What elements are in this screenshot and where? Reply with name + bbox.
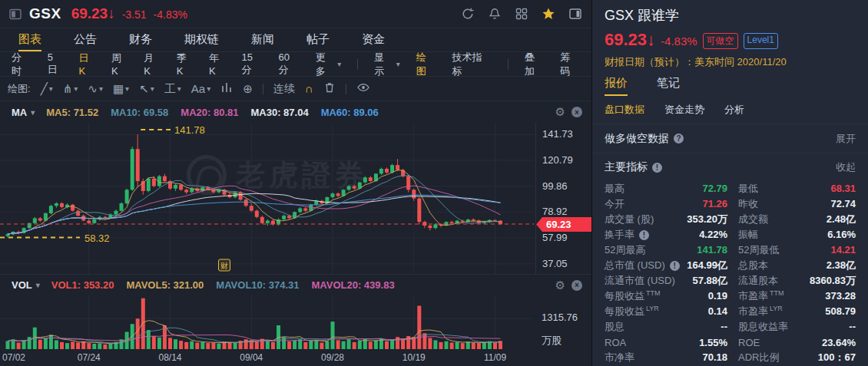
quote-change-pct: -4.83% [661,35,697,48]
period-overlay[interactable]: 叠加 [525,51,545,78]
chevron-down-icon: ▾ [49,84,53,93]
metric-cell: ADR比例100：67 [738,351,856,364]
period-tech-indicators[interactable]: 技术指标 [452,51,491,78]
period-1d-label: 日K [79,51,95,77]
period-1q[interactable]: 季K [177,51,193,77]
close-icon[interactable]: × [571,280,582,291]
period-draw[interactable]: 绘图 [416,51,436,78]
wave-tool[interactable]: ∿▾ [88,83,103,94]
metric-value: 508.79 [825,305,856,317]
price-line-tool[interactable]: 工▾ [164,83,181,94]
section-title: 主要指标 [605,160,648,174]
period-15m-label: 15分 [241,51,262,77]
metric-label: 总股本 [738,259,768,272]
quote-subtab-fund-trend[interactable]: 资金走势 [664,103,704,117]
visibility-tool[interactable] [356,81,370,96]
price-axis-label: 37.05 [542,258,568,269]
period-1mo[interactable]: 月K [144,51,160,77]
continuous-tool[interactable]: 连续 [273,82,295,96]
question-icon[interactable]: ? [674,134,684,143]
nav-tab-posts[interactable]: 帖子 [306,28,330,51]
divider-tdiv2 [346,84,346,94]
nav-tab-news[interactable]: 新闻 [251,28,274,51]
period-15m[interactable]: 15分 [241,51,262,77]
zoom-in-tool[interactable]: ⊕ [243,83,253,94]
panel-toggle-icon[interactable] [568,7,582,21]
nav-tab-funds[interactable]: 资金 [362,28,385,51]
metric-cell: 市盈率LYR508.79 [738,305,856,318]
quote-tab-quote[interactable]: 报价 [605,76,628,96]
gann-icon: ▦ [113,83,124,94]
quote-price-row: 69.23↓ -4.83% 可做空Level1 [592,25,868,50]
gann-tool[interactable]: ▦▾ [113,83,129,94]
section-toggle[interactable]: 收起 [836,160,856,174]
metric-value: 100：67 [818,351,856,364]
refresh-icon[interactable] [461,7,475,21]
period-chips-label: 筹码 [560,51,580,78]
pitchfork-tool[interactable]: ⋔▾ [63,83,78,94]
metric-value: 8360.83万 [810,274,856,288]
volume-axis-unit: 万股 [542,334,562,348]
period-1w[interactable]: 周K [111,51,128,77]
period-display[interactable]: 显示▾ [374,51,400,78]
price-axis-label: 120.79 [542,154,573,166]
metric-label: 昨收 [738,197,758,211]
section-long-short-data: 做多做空数据?展开 [592,124,868,153]
candlestick-chart[interactable]: 老虎證券 141.7858.32财 141.73120.7999.8678.92… [0,123,591,274]
period-chips[interactable]: 筹码 [560,51,580,78]
svg-text:58.32: 58.32 [84,232,110,244]
period-60m-label: 60分 [279,51,300,77]
text-tool-icon: Aa [191,83,205,94]
close-icon[interactable]: × [571,107,582,117]
period-time-sharing-label: 分时 [12,51,31,78]
period-5d[interactable]: 5日 [48,51,63,77]
period-time-sharing[interactable]: 分时 [12,51,31,78]
metric-value: 72.79 [702,183,727,194]
chevron-down-icon: ▾ [74,84,78,93]
metric-row: 股息--股息收益率-- [605,319,856,335]
info-icon[interactable]: ! [639,230,649,240]
section-toggle[interactable]: 展开 [836,132,856,146]
chevron-down-icon: ▾ [151,84,154,93]
magnet-tool[interactable]: ∩ [305,83,313,94]
vol-legend-item: MAVOL10: 374.31 [216,279,299,291]
gear-icon[interactable]: ⚙ [555,279,565,292]
metric-value: -- [849,321,856,332]
volume-chart[interactable]: 1315.76 万股 [0,295,591,349]
period-more[interactable]: 更多▾ [316,51,342,78]
trend-line-tool[interactable]: ╱▾ [41,83,53,94]
arrow-mark-tool[interactable]: ↖▾ [139,83,154,94]
quote-badges: 可做空Level1 [703,31,778,49]
vol-dropdown[interactable]: VOL▾ [12,279,40,291]
divider-tdiv1 [263,84,263,94]
period-overlay-label: 叠加 [525,51,545,78]
star-icon[interactable] [542,7,555,21]
period-1y[interactable]: 年K [209,51,225,77]
nav-tab-announcements[interactable]: 公告 [74,28,97,51]
metric-label: ROA [605,337,626,348]
quote-tab-notes[interactable]: 笔记 [657,76,680,96]
nav-tab-financials[interactable]: 财务 [129,28,152,51]
nav-tab-chart[interactable]: 图表 [18,28,41,51]
metric-label: 换手率! [605,228,649,242]
info-icon[interactable]: ! [670,261,680,271]
quote-subtab-analysis[interactable]: 分析 [724,103,744,117]
info-icon[interactable]: ! [652,163,662,173]
apps-grid-icon[interactable] [515,7,528,21]
pitchfork-icon: ⋔ [63,83,73,94]
metric-label: 最高 [605,182,624,196]
nav-tab-option-chain[interactable]: 期权链 [184,28,219,51]
ma-dropdown[interactable]: MA▾ [12,107,35,118]
metric-cell: 52周最低14.21 [738,243,856,257]
text-tool-tool[interactable]: Aa▾ [191,83,210,94]
volume-profile-tool[interactable] [220,81,233,96]
gear-icon[interactable]: ⚙ [555,105,565,119]
quote-subtab-order-book[interactable]: 盘口数据 [605,103,644,117]
period-60m[interactable]: 60分 [279,51,300,77]
period-tech-indicators-label: 技术指标 [452,51,491,78]
period-1d[interactable]: 日K [79,51,95,77]
chart-area: GSX 69.23↓ -3.51 -4.83% 图表公告财务期权链新闻帖子资金 … [0,0,591,366]
metric-cell: ROA1.55% [605,337,727,348]
delete-tool[interactable] [323,81,336,96]
bell-icon[interactable] [488,7,502,21]
